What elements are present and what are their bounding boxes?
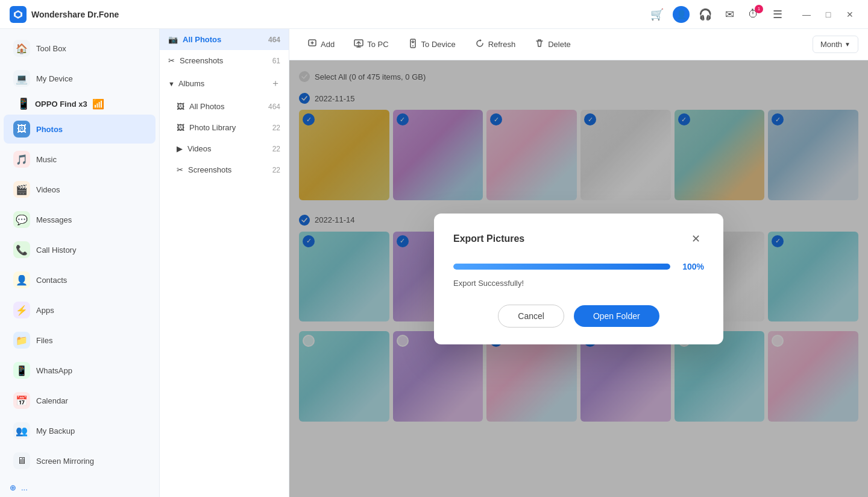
device-row[interactable]: 📱 OPPO Find x3 📶 <box>0 93 159 114</box>
app-title: Wondershare Dr.Fone <box>31 10 119 19</box>
photolibrary-icon: 🖼 <box>177 102 184 111</box>
sidebar-item-label: Apps <box>36 306 54 315</box>
sidebar-item-label: Photos <box>36 125 63 134</box>
messages-icon: 💬 <box>13 211 30 228</box>
albums-header[interactable]: ▼ Albums ＋ <box>160 71 289 96</box>
sidebar-item-label: Contacts <box>36 276 67 285</box>
photo-sidebar-album-photolibrary[interactable]: 🖼 Photo Library 22 <box>160 117 289 138</box>
album-photolibrary-icon: 🖼 <box>177 123 184 132</box>
calendar-icon: 📅 <box>13 392 30 409</box>
sidebar-item-mydevice[interactable]: 💻 My Device <box>4 64 156 93</box>
sidebar-item-toolbox[interactable]: 🏠 Tool Box <box>4 34 156 63</box>
sidebar-item-callhistory[interactable]: 📞 Call History <box>4 235 156 264</box>
sidebar-item-label: Files <box>36 336 52 345</box>
to-device-icon <box>408 39 418 50</box>
album-photolibrary-label: Photo Library <box>189 123 236 132</box>
add-button[interactable]: Add <box>299 35 343 54</box>
sidebar-item-label: Videos <box>36 185 60 194</box>
mail-icon[interactable]: ✉ <box>721 6 738 23</box>
refresh-label: Refresh <box>488 40 516 49</box>
sidebar-more[interactable]: ⊕... <box>0 478 159 497</box>
sidebar-item-mybackup[interactable]: 👥 My Backup <box>4 416 156 445</box>
month-select[interactable]: Month ▼ <box>813 36 858 53</box>
add-icon <box>307 39 317 50</box>
device-phone-icon: 📱 <box>17 97 30 110</box>
sidebar-item-apps[interactable]: ⚡ Apps <box>4 296 156 324</box>
delete-button[interactable]: Delete <box>526 35 579 54</box>
content-area: Add To PC To Device Refresh <box>289 29 868 497</box>
toolbox-icon: 🏠 <box>13 40 30 57</box>
music-icon: 🎵 <box>13 151 30 168</box>
open-folder-button[interactable]: Open Folder <box>574 305 659 327</box>
modal-close-button[interactable]: ✕ <box>687 230 704 247</box>
maximize-button[interactable]: □ <box>820 6 837 23</box>
progress-bar-fill <box>453 264 670 270</box>
minimize-button[interactable]: — <box>798 6 815 23</box>
month-label: Month <box>820 40 842 49</box>
screenshots-icon: ✂ <box>168 56 175 65</box>
sidebar-item-files[interactable]: 📁 Files <box>4 326 156 355</box>
sidebar-item-label: My Device <box>36 74 73 83</box>
modal-title: Export Pictures <box>453 233 524 244</box>
videos-icon: 🎬 <box>13 181 30 198</box>
success-text: Export Successfully! <box>453 279 704 288</box>
month-chevron-icon: ▼ <box>844 41 851 48</box>
photo-sidebar-album-screenshots[interactable]: ✂ Screenshots 22 <box>160 159 289 180</box>
modal-actions: Cancel Open Folder <box>453 305 704 328</box>
to-device-button[interactable]: To Device <box>400 35 464 54</box>
photolibrary-count: 464 <box>268 103 280 111</box>
menu-icon[interactable]: ☰ <box>769 6 786 23</box>
sidebar-item-calendar[interactable]: 📅 Calendar <box>4 386 156 415</box>
sidebar-item-label: Calendar <box>36 396 68 405</box>
sidebar-item-whatsapp[interactable]: 📱 WhatsApp <box>4 356 156 385</box>
sidebar-item-label: Music <box>36 155 57 164</box>
album-photolibrary-count: 22 <box>272 124 280 132</box>
modal-header: Export Pictures ✕ <box>453 230 704 247</box>
sidebar-item-music[interactable]: 🎵 Music <box>4 145 156 174</box>
sidebar-item-label: Call History <box>36 245 76 255</box>
albums-label: Albums <box>178 79 204 88</box>
photo-sidebar-album-videos[interactable]: ▶ Videos 22 <box>160 138 289 159</box>
notification-badge: 1 <box>755 5 763 13</box>
photo-sidebar-allphotos[interactable]: 📷 All Photos 464 <box>160 29 289 50</box>
sidebar: 🏠 Tool Box 💻 My Device 📱 OPPO Find x3 📶 … <box>0 29 160 497</box>
whatsapp-icon: 📱 <box>13 362 30 379</box>
app-logo: Wondershare Dr.Fone <box>10 6 119 23</box>
export-modal: Export Pictures ✕ 100% Export Successful… <box>434 214 723 344</box>
to-pc-icon <box>354 39 363 50</box>
photolibrary-label: All Photos <box>189 102 225 111</box>
album-screenshots-icon: ✂ <box>177 165 183 174</box>
photo-sidebar: 📷 All Photos 464 ✂ Screenshots 61 ▼ Albu… <box>160 29 289 497</box>
sidebar-item-messages[interactable]: 💬 Messages <box>4 205 156 234</box>
window-controls: — □ ✕ <box>798 6 858 23</box>
titlebar-actions: 🛒 👤 🎧 ✉ ⏱ 1 ☰ — □ ✕ <box>649 6 858 23</box>
album-videos-icon: ▶ <box>177 144 183 153</box>
mydevice-icon: 💻 <box>13 70 30 87</box>
sidebar-item-label: Messages <box>36 215 72 224</box>
cancel-button[interactable]: Cancel <box>498 305 564 328</box>
sidebar-item-screenmirroring[interactable]: 🖥 Screen Mirroring <box>4 446 156 475</box>
svg-point-3 <box>412 45 414 46</box>
photos-icon: 🖼 <box>13 121 30 138</box>
apps-icon: ⚡ <box>13 302 30 318</box>
sidebar-item-videos[interactable]: 🎬 Videos <box>4 175 156 204</box>
wifi-icon: 📶 <box>92 98 104 110</box>
sidebar-item-label: My Backup <box>36 426 75 435</box>
history-icon[interactable]: ⏱ 1 <box>745 6 762 23</box>
toolbar: Add To PC To Device Refresh <box>289 29 868 60</box>
close-button[interactable]: ✕ <box>841 6 858 23</box>
sidebar-item-photos[interactable]: 🖼 Photos <box>4 115 156 144</box>
to-pc-button[interactable]: To PC <box>345 35 397 54</box>
headphone-icon[interactable]: 🎧 <box>697 6 714 23</box>
sidebar-item-contacts[interactable]: 👤 Contacts <box>4 265 156 294</box>
cart-icon[interactable]: 🛒 <box>649 6 665 23</box>
progress-text: 100% <box>678 262 704 271</box>
add-album-icon[interactable]: ＋ <box>271 77 280 90</box>
refresh-button[interactable]: Refresh <box>467 35 524 54</box>
user-icon[interactable]: 👤 <box>673 6 690 23</box>
to-pc-label: To PC <box>367 40 388 49</box>
mybackup-icon: 👥 <box>13 422 30 439</box>
delete-label: Delete <box>548 40 571 49</box>
photo-sidebar-screenshots[interactable]: ✂ Screenshots 61 <box>160 50 289 71</box>
photo-sidebar-photolibrary[interactable]: 🖼 All Photos 464 <box>160 96 289 117</box>
